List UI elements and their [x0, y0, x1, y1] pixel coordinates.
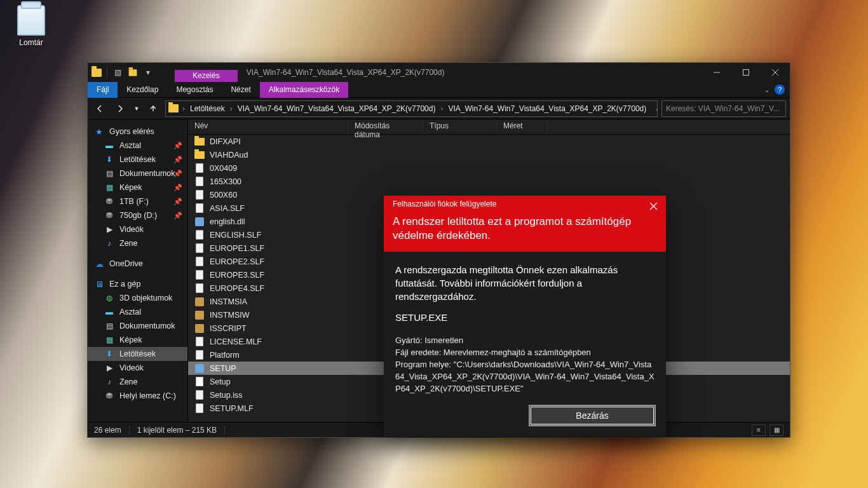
msi-icon — [194, 297, 205, 307]
file-row[interactable]: 0X0409 — [188, 161, 790, 175]
sidebar-item[interactable]: ♪Zene — [88, 375, 187, 389]
nav-pane[interactable]: ★Gyors elérés▬Asztal📌⬇Letöltések📌▤Dokume… — [88, 119, 188, 422]
sidebar-item-label: Helyi lemez (C:) — [119, 391, 176, 400]
breadcrumb[interactable]: Letöltések — [187, 104, 227, 113]
file-name: EUROPE2.SLF — [210, 257, 264, 266]
address-bar[interactable]: › Letöltések › VIA_Win7-64_Win7_Vista64_… — [165, 100, 658, 117]
pic-icon: ▦ — [104, 182, 114, 193]
desktop-icon-recycle-bin[interactable]: Lomtár — [8, 5, 55, 47]
sidebar-item[interactable]: ▤Dokumentumok — [88, 319, 187, 333]
file-row[interactable]: DIFXAPI — [188, 135, 790, 148]
file-row[interactable]: 165X300 — [188, 175, 790, 188]
file-row[interactable]: VIAHDAud — [188, 148, 790, 161]
search-input[interactable] — [666, 104, 782, 113]
sidebar-item[interactable]: ♪Zene — [88, 236, 187, 250]
help-icon[interactable]: ? — [775, 85, 785, 95]
breadcrumb[interactable]: VIA_Win7-64_Win7_Vista64_Vista_XP64_XP_2… — [445, 104, 649, 113]
minimize-button[interactable] — [702, 63, 731, 82]
sidebar-group-header[interactable]: 🖥Ez a gép — [88, 277, 187, 291]
pc-icon: 🖥 — [94, 279, 104, 289]
drive-icon: ⛃ — [104, 196, 114, 207]
search-box[interactable] — [661, 100, 786, 117]
nav-up-button[interactable] — [145, 100, 161, 117]
column-modified[interactable]: Módosítás dátuma — [348, 119, 423, 134]
tab-apptools[interactable]: Alkalmazáseszközök — [260, 82, 348, 98]
file-name: 500X60 — [210, 191, 237, 200]
pin-icon: 📌 — [173, 170, 182, 178]
tab-view[interactable]: Nézet — [222, 82, 259, 98]
file-icon — [194, 243, 205, 254]
column-name[interactable]: Név — [188, 119, 348, 134]
pin-icon: 📌 — [173, 212, 182, 220]
tab-file[interactable]: Fájl — [88, 82, 118, 98]
doc-icon: ▤ — [104, 321, 114, 331]
qat-properties-icon[interactable]: ▧ — [112, 67, 123, 78]
sidebar-item[interactable]: ⬇Letöltések📌 — [88, 152, 187, 166]
sidebar-item[interactable]: ▦Képek — [88, 333, 187, 347]
chevron-right-icon[interactable]: › — [182, 104, 185, 113]
sidebar-item-label: Videók — [119, 363, 144, 372]
nav-back-button[interactable] — [92, 100, 108, 117]
sidebar-item[interactable]: ▦Képek📌 — [88, 180, 187, 194]
breadcrumb[interactable]: VIA_Win7-64_Win7_Vista64_Vista_XP64_XP_2… — [235, 104, 438, 113]
column-headers: Név Módosítás dátuma Típus Méret — [188, 119, 790, 135]
close-button[interactable] — [761, 63, 790, 82]
column-type[interactable]: Típus — [423, 119, 497, 134]
file-name: 165X300 — [210, 177, 241, 186]
download-icon: ⬇ — [104, 349, 114, 359]
star-icon: ★ — [94, 126, 104, 137]
uac-close-icon[interactable] — [644, 198, 662, 214]
sidebar-item[interactable]: ⛃1TB (F:)📌 — [88, 194, 187, 208]
file-icon — [194, 230, 205, 240]
svg-rect-0 — [743, 70, 749, 76]
msi-icon — [194, 323, 205, 334]
ribbon-context-manage[interactable]: Kezelés — [175, 70, 238, 82]
recycle-bin-icon — [17, 5, 45, 36]
address-dropdown-icon[interactable]: ⌄ — [651, 104, 658, 113]
ribbon-tabs: Fájl Kezdőlap Megosztás Nézet Alkalmazás… — [88, 82, 790, 98]
sidebar-item[interactable]: ◍3D objektumok — [88, 291, 187, 305]
sidebar-item[interactable]: ▬Asztal📌 — [88, 139, 187, 152]
sidebar-group-header[interactable]: ☁OneDrive — [88, 257, 187, 271]
view-details-button[interactable]: ≡ — [752, 424, 766, 436]
sidebar-item[interactable]: ▬Asztal — [88, 305, 187, 319]
titlebar[interactable]: ▧ ▾ Kezelés VIA_Win7-64_Win7_Vista64_Vis… — [88, 63, 790, 82]
doc-icon: ▤ — [104, 168, 114, 179]
tab-share[interactable]: Megosztás — [167, 82, 222, 98]
sidebar-item[interactable]: ▶Videók — [88, 361, 187, 375]
file-name: LICENSE.MLF — [210, 337, 262, 346]
sidebar-item[interactable]: ▶Videók — [88, 222, 187, 236]
chevron-right-icon[interactable]: › — [440, 104, 443, 113]
file-name: INSTMSIW — [210, 311, 250, 320]
nav-forward-button[interactable] — [112, 100, 128, 117]
uac-dialog: Felhasználói fiókok felügyelete A rendsz… — [384, 196, 666, 437]
3d-icon: ◍ — [104, 293, 114, 303]
uac-origin: Fájl eredete: Merevlemez-meghajtó a szám… — [395, 346, 654, 358]
sidebar-item[interactable]: ⛃750gb (D:)📌 — [88, 208, 187, 222]
column-size[interactable]: Méret — [497, 119, 548, 134]
sidebar-item-label: Letöltések — [119, 155, 156, 164]
ribbon-collapse-icon[interactable]: ⌄ — [764, 86, 770, 93]
qat-dropdown-icon[interactable]: ▾ — [143, 67, 153, 78]
sidebar-group-header[interactable]: ★Gyors elérés — [88, 125, 187, 139]
txt-icon — [194, 377, 205, 387]
chevron-right-icon[interactable]: › — [230, 104, 233, 113]
file-name: INSTMSIA — [210, 297, 247, 306]
nav-recent-dropdown[interactable]: ▼ — [132, 100, 141, 117]
quick-access-toolbar: ▧ ▾ — [88, 67, 153, 78]
sidebar-item-label: Zene — [119, 239, 138, 248]
sidebar-item-label: Asztal — [119, 141, 141, 150]
view-icons-button[interactable]: ▦ — [770, 424, 783, 436]
pin-icon: 📌 — [173, 184, 182, 192]
tab-home[interactable]: Kezdőlap — [118, 82, 167, 98]
uac-path: Program helye: "C:\Users\darks\Downloads… — [395, 358, 654, 395]
sidebar-item[interactable]: ▤Dokumentumok📌 — [88, 166, 187, 180]
maximize-button[interactable] — [731, 63, 761, 82]
sidebar-item[interactable]: ⬇Letöltések — [88, 347, 187, 361]
uac-close-button[interactable]: Bezárás — [529, 405, 656, 426]
sidebar-item-label: Asztal — [119, 308, 141, 316]
qat-newfolder-icon[interactable] — [128, 67, 138, 78]
sidebar-item-label: Képek — [119, 336, 142, 344]
sidebar-item[interactable]: ⛃Helyi lemez (C:) — [88, 389, 187, 403]
file-icon — [194, 203, 205, 214]
